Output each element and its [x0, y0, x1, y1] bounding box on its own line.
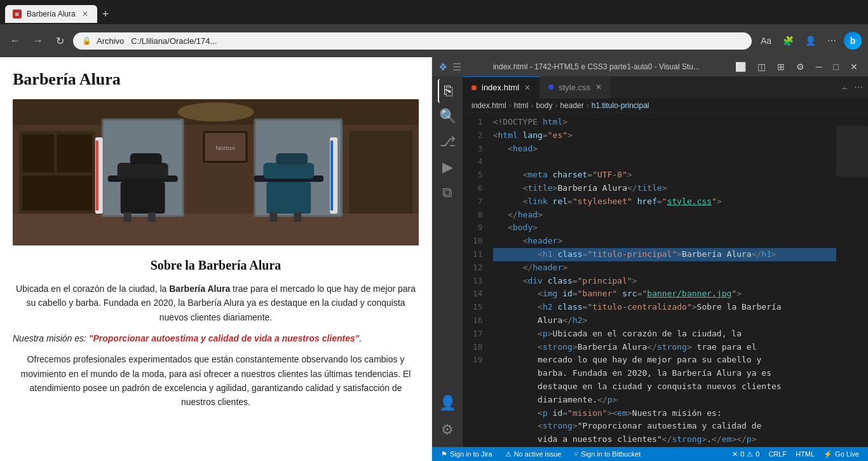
extensions-icon[interactable]: ⧉ — [437, 181, 458, 205]
reader-mode-button[interactable]: Aa — [757, 33, 775, 48]
settings-icon[interactable]: ⚙ — [792, 60, 808, 73]
code-editor[interactable]: <!DOCTYPE html> <html lang="es"> <head> … — [488, 113, 836, 447]
extensions-button[interactable]: 🧩 — [779, 33, 797, 48]
no-issue-status[interactable]: ⚠ No active issue — [501, 450, 566, 458]
bitbucket-status[interactable]: ⑂ Sign in to Bitbucket — [570, 450, 644, 458]
split-icon[interactable]: ◫ — [754, 60, 770, 73]
run-icon[interactable]: ▶ — [437, 155, 458, 179]
code-line-17c: vida a nuestros clientes"</strong>.</em>… — [493, 433, 836, 446]
source-control-icon[interactable]: ⎇ — [435, 130, 461, 154]
tab-css[interactable]: style.css ✕ — [539, 76, 611, 99]
bc-header[interactable]: header — [560, 101, 583, 110]
errors-status[interactable]: ✕ 0 ⚠ 0 — [728, 450, 763, 458]
close-button[interactable]: ✕ — [846, 60, 862, 73]
maximize-button[interactable]: □ — [830, 60, 843, 73]
error-icon: ✕ — [732, 450, 738, 458]
tab-html[interactable]: index.html ✕ — [463, 76, 539, 99]
new-tab-button[interactable]: + — [97, 6, 114, 22]
split-editor-icon[interactable]: ⫠ — [840, 82, 849, 92]
code-line-7: <link rel="stylesheet" href="style.css"> — [493, 195, 836, 209]
tab-html-label: index.html — [482, 83, 519, 92]
svg-text:Norton: Norton — [216, 144, 235, 151]
editor-tabs: index.html ✕ style.css ✕ ⫠ ⋯ — [463, 76, 868, 99]
minimap-scroll-indicator — [836, 126, 868, 177]
tab-label: Barbería Alura — [27, 10, 76, 18]
statusbar-right: ✕ 0 ⚠ 0 CRLF HTML ⚡ Go Live — [728, 450, 863, 458]
bc-h1[interactable]: h1.titulo-principal — [592, 101, 649, 110]
vscode-statusbar: ⚑ Sign in to Jira ⚠ No active issue ⑂ Si… — [432, 447, 868, 461]
encoding-status[interactable]: CRLF — [764, 450, 790, 458]
minimap — [836, 113, 868, 447]
editor-main: 1 2 3 4 5 6 7 8 9 10 11 12 13 14 — [463, 113, 868, 447]
code-line-1: <!DOCTYPE html> — [493, 116, 836, 129]
tab-css-label: style.css — [559, 83, 590, 92]
active-tab[interactable]: B Barbería Alura ✕ — [5, 5, 97, 23]
account-icon[interactable]: 👤 — [434, 391, 461, 415]
tab-html-close[interactable]: ✕ — [524, 83, 531, 92]
svg-rect-21 — [269, 212, 277, 222]
minimize-button[interactable]: ─ — [812, 60, 826, 73]
more-editor-options-icon[interactable]: ⋯ — [854, 82, 863, 92]
services-paragraph: Ofrecemos profesionales experimentados q… — [13, 352, 419, 409]
nav-actions: Aa 🧩 👤 ⋯ b — [757, 32, 862, 50]
css-dot-icon — [548, 85, 553, 90]
browser-chrome: B Barbería Alura ✕ + ← → ↻ 🔒 Archivo C:/… — [0, 0, 868, 57]
code-line-11: <h1 class="titulo-principal">Barbería Al… — [493, 248, 836, 261]
profile-button[interactable]: 👤 — [801, 33, 820, 48]
search-icon[interactable]: 🔍 — [434, 104, 461, 128]
bc-html[interactable]: html — [514, 101, 529, 110]
svg-rect-1 — [13, 214, 419, 245]
tab-css-close[interactable]: ✕ — [595, 83, 602, 92]
line-numbers: 1 2 3 4 5 6 7 8 9 10 11 12 13 14 — [463, 113, 488, 447]
refresh-button[interactable]: ↻ — [52, 32, 68, 50]
forward-button[interactable]: → — [29, 32, 47, 49]
banner-image: Norton — [13, 99, 419, 245]
tab-close-button[interactable]: ✕ — [81, 8, 90, 20]
tab-bar: B Barbería Alura ✕ + — [0, 0, 868, 24]
svg-rect-23 — [276, 153, 308, 165]
back-button[interactable]: ← — [6, 32, 24, 49]
grid-icon[interactable]: ⊞ — [773, 60, 789, 73]
explorer-icon[interactable]: ⎘ — [438, 79, 458, 103]
svg-rect-17 — [130, 153, 162, 165]
code-line-2: <html lang="es"> — [493, 129, 836, 142]
code-line-5: <meta charset="UTF-8"> — [493, 169, 836, 182]
warning-icon: ⚠ — [747, 450, 753, 458]
layout-icon[interactable]: ⬜ — [731, 60, 750, 73]
code-line-16d: barba. Fundada en 2020, la Barbería Alur… — [493, 367, 836, 380]
svg-rect-15 — [124, 212, 132, 222]
manage-icon[interactable]: ⚙ — [436, 418, 459, 442]
vscode-titlebar: ❖ ☰ index.html - 1742-HTML5 e CSS3 parte… — [432, 57, 868, 76]
hamburger-menu-icon[interactable]: ☰ — [452, 61, 461, 73]
bc-body[interactable]: body — [536, 101, 552, 110]
code-line-16f: diariamente.</p> — [493, 394, 836, 407]
vscode-title: index.html - 1742-HTML5 e CSS3 parte1-au… — [466, 62, 726, 71]
vscode-window-controls: ⬜ ◫ ⊞ ⚙ ─ □ ✕ — [731, 60, 862, 73]
jira-status[interactable]: ⚑ Sign in to Jira — [437, 450, 496, 458]
code-line-17: <p id="mision"><em>Nuestra misión es: — [493, 407, 836, 420]
bc-index-html[interactable]: index.html — [471, 101, 506, 110]
jira-icon: ⚑ — [441, 450, 447, 458]
code-line-3: <head> — [493, 142, 836, 156]
svg-rect-5 — [57, 134, 92, 172]
code-line-13: <div class="principal"> — [493, 275, 836, 288]
go-live-status[interactable]: ⚡ Go Live — [820, 450, 863, 458]
edge-logo: b — [844, 32, 862, 50]
svg-rect-19 — [263, 163, 314, 179]
svg-rect-20 — [266, 182, 311, 214]
svg-rect-25 — [96, 141, 98, 210]
tab-favicon: B — [13, 10, 22, 18]
code-line-12: </header> — [493, 261, 836, 275]
more-options-button[interactable]: ⋯ — [824, 33, 840, 48]
activity-bar: ⎘ 🔍 ⎇ ▶ ⧉ 👤 ⚙ — [432, 76, 463, 447]
section-title: Sobre la Barbería Alura — [13, 258, 419, 273]
svg-rect-13 — [118, 163, 168, 179]
code-line-9: <body> — [493, 221, 836, 235]
editor-area: index.html ✕ style.css ✕ ⫠ ⋯ index — [463, 76, 868, 447]
language-status[interactable]: HTML — [792, 450, 818, 458]
svg-rect-14 — [121, 182, 165, 214]
code-line-17b: <strong>"Proporcionar autoestima y calid… — [493, 420, 836, 433]
browser-content: Barbería Alura — [0, 57, 432, 461]
address-bar[interactable]: 🔒 Archivo C:/Lliliana/Oracle/174... — [73, 32, 752, 50]
bitbucket-icon: ⑂ — [574, 450, 578, 458]
